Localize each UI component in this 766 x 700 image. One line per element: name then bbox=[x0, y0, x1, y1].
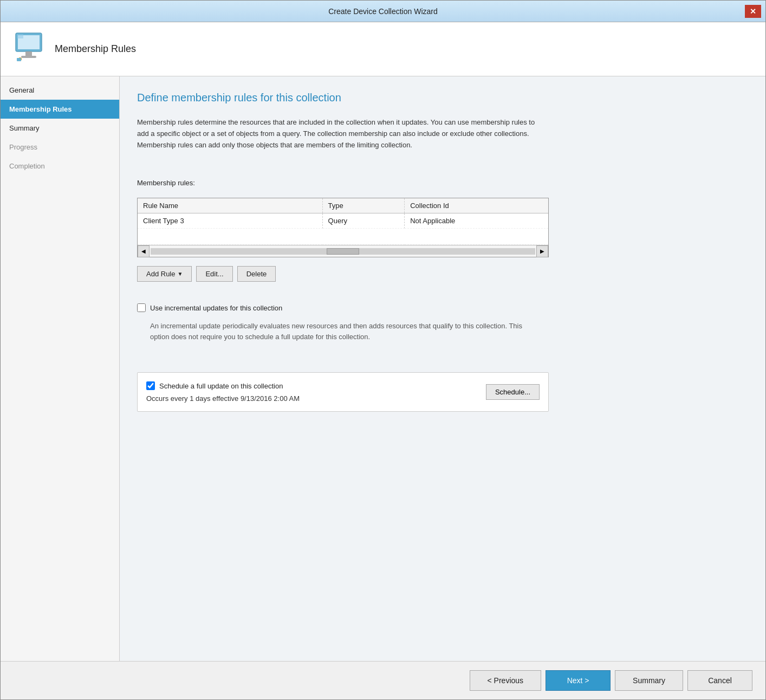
wizard-window: Create Device Collection Wizard ✕ Member… bbox=[0, 0, 766, 700]
svg-rect-6 bbox=[17, 58, 21, 61]
header-title: Membership Rules bbox=[55, 43, 136, 55]
svg-rect-3 bbox=[25, 51, 32, 56]
schedule-button[interactable]: Schedule... bbox=[486, 384, 540, 400]
incremental-updates-row: Use incremental updates for this collect… bbox=[137, 303, 748, 312]
sidebar-item-membership-rules[interactable]: Membership Rules bbox=[1, 100, 119, 119]
summary-button[interactable]: Summary bbox=[615, 670, 683, 691]
sidebar-item-completion: Completion bbox=[1, 157, 119, 176]
schedule-label[interactable]: Schedule a full update on this collectio… bbox=[159, 382, 283, 390]
main-panel: Define membership rules for this collect… bbox=[120, 76, 765, 661]
titlebar: Create Device Collection Wizard ✕ bbox=[1, 1, 765, 22]
scroll-track[interactable] bbox=[151, 248, 535, 255]
schedule-row: Schedule a full update on this collectio… bbox=[146, 381, 540, 403]
cell-rule-name: Client Type 3 bbox=[138, 213, 322, 229]
schedule-text: Occurs every 1 days effective 9/13/2016 … bbox=[146, 394, 300, 403]
scroll-right-button[interactable]: ▶ bbox=[536, 245, 548, 257]
header-area: Membership Rules bbox=[1, 22, 765, 76]
svg-rect-4 bbox=[21, 56, 36, 58]
add-rule-button[interactable]: Add Rule ▼ bbox=[137, 266, 192, 282]
schedule-section: Schedule a full update on this collectio… bbox=[137, 372, 549, 412]
schedule-checkbox[interactable] bbox=[146, 381, 155, 390]
scroll-thumb bbox=[327, 248, 359, 255]
cell-collection-id: Not Applicable bbox=[405, 213, 548, 229]
footer: < Previous Next > Summary Cancel bbox=[1, 661, 765, 699]
table-row[interactable]: Client Type 3 Query Not Applicable bbox=[138, 213, 548, 229]
sidebar-item-general[interactable]: General bbox=[1, 81, 119, 100]
incremental-description: An incremental update periodically evalu… bbox=[150, 321, 540, 342]
col-header-type: Type bbox=[322, 198, 405, 213]
dropdown-arrow-icon: ▼ bbox=[177, 271, 183, 277]
incremental-updates-label[interactable]: Use incremental updates for this collect… bbox=[150, 304, 282, 312]
horizontal-scrollbar: ◀ ▶ bbox=[138, 245, 548, 257]
sidebar-item-progress: Progress bbox=[1, 138, 119, 157]
close-button[interactable]: ✕ bbox=[745, 5, 761, 18]
svg-rect-2 bbox=[17, 34, 23, 38]
edit-button[interactable]: Edit... bbox=[196, 266, 232, 282]
schedule-checkbox-row: Schedule a full update on this collectio… bbox=[146, 381, 300, 390]
rules-label: Membership rules: bbox=[137, 179, 748, 187]
cancel-button[interactable]: Cancel bbox=[687, 670, 752, 691]
rules-table-container: Rule Name Type Collection Id Client Type… bbox=[137, 198, 549, 257]
description-text: Membership rules determine the resources… bbox=[137, 117, 538, 151]
main-heading: Define membership rules for this collect… bbox=[137, 92, 748, 104]
scroll-left-button[interactable]: ◀ bbox=[138, 245, 150, 257]
col-header-collection-id: Collection Id bbox=[405, 198, 548, 213]
delete-button[interactable]: Delete bbox=[237, 266, 276, 282]
cell-type: Query bbox=[322, 213, 405, 229]
content-area: General Membership Rules Summary Progres… bbox=[1, 76, 765, 661]
header-icon bbox=[11, 31, 46, 67]
sidebar: General Membership Rules Summary Progres… bbox=[1, 76, 120, 661]
rule-action-buttons: Add Rule ▼ Edit... Delete bbox=[137, 266, 549, 282]
rules-table: Rule Name Type Collection Id Client Type… bbox=[138, 198, 548, 245]
next-button[interactable]: Next > bbox=[546, 670, 611, 691]
window-title: Create Device Collection Wizard bbox=[21, 7, 745, 16]
previous-button[interactable]: < Previous bbox=[470, 670, 542, 691]
incremental-updates-checkbox[interactable] bbox=[137, 303, 146, 312]
col-header-rule-name: Rule Name bbox=[138, 198, 322, 213]
sidebar-item-summary[interactable]: Summary bbox=[1, 119, 119, 138]
